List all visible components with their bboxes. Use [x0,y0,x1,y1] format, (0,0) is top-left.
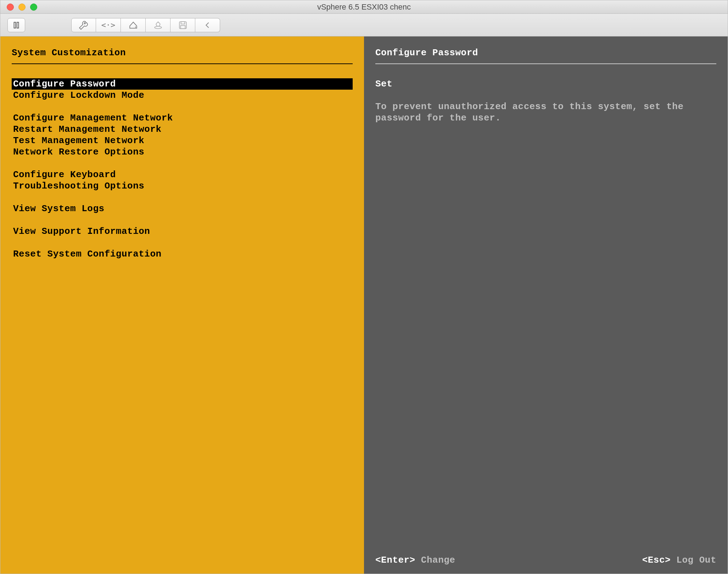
menu-group-4: View System Logs [12,203,353,214]
password-status: Set [375,78,716,90]
enter-action-label: Change [421,555,455,565]
svg-rect-7 [180,26,185,29]
svg-point-2 [135,27,136,28]
settings-button[interactable] [71,18,96,32]
toolbar-group: <·> [71,18,220,32]
floppy-icon [178,21,187,30]
left-pane: System Customization Configure Password … [0,36,364,574]
resize-button[interactable]: <·> [96,18,121,32]
menu-restart-management-network[interactable]: Restart Management Network [12,124,353,135]
menu-group-2: Configure Management Network Restart Man… [12,112,353,158]
code-icon: <·> [101,21,116,29]
chevron-left-icon [204,21,212,29]
back-button[interactable] [195,18,220,32]
menu-group-6: Reset System Configuration [12,248,353,260]
enter-hint: <Enter> Change [375,555,455,566]
menu-view-system-logs[interactable]: View System Logs [12,203,353,214]
enter-key-label: <Enter> [375,555,415,565]
menu-configure-lockdown-mode[interactable]: Configure Lockdown Mode [12,90,353,101]
close-window-button[interactable] [7,4,14,11]
pause-icon [12,21,20,29]
esc-key-label: <Esc> [642,555,671,565]
menu-group-5: View Support Information [12,226,353,237]
app-window: vSphere 6.5 ESXI03 chenc <·> [0,0,728,574]
svg-point-4 [156,22,160,26]
left-pane-title: System Customization [12,47,353,64]
floppy-button[interactable] [170,18,195,32]
capture-button[interactable] [146,18,170,32]
toolbar: <·> [0,14,728,36]
minimize-window-button[interactable] [18,4,26,11]
svg-rect-1 [17,22,19,28]
menu-configure-password[interactable]: Configure Password [12,78,353,90]
menu-group-3: Configure Keyboard Troubleshooting Optio… [12,169,353,192]
menu-network-restore-options[interactable]: Network Restore Options [12,146,353,158]
menu-configure-management-network[interactable]: Configure Management Network [12,112,353,124]
capture-icon [153,21,163,30]
menu-reset-system-configuration[interactable]: Reset System Configuration [12,248,353,260]
svg-point-3 [155,26,162,29]
svg-rect-0 [14,22,16,28]
menu-view-support-information[interactable]: View Support Information [12,226,353,237]
menu-troubleshooting-options[interactable]: Troubleshooting Options [12,180,353,192]
footer-hints: <Enter> Change <Esc> Log Out [375,555,716,566]
window-title: vSphere 6.5 ESXI03 chenc [0,2,728,12]
right-pane-title: Configure Password [375,47,716,64]
traffic-lights [0,4,37,11]
zoom-window-button[interactable] [30,4,37,11]
disk-button[interactable] [121,18,146,32]
titlebar: vSphere 6.5 ESXI03 chenc [0,0,728,14]
password-description: To prevent unauthorized access to this s… [375,101,716,124]
svg-rect-6 [181,22,185,24]
disk-icon [129,21,138,30]
esc-hint: <Esc> Log Out [642,555,716,566]
menu-configure-keyboard[interactable]: Configure Keyboard [12,169,353,180]
wrench-icon [79,21,88,30]
esc-action-label: Log Out [676,555,716,565]
menu-test-management-network[interactable]: Test Management Network [12,135,353,146]
right-pane: Configure Password Set To prevent unauth… [364,36,728,574]
dcui-console[interactable]: System Customization Configure Password … [0,36,728,574]
pause-vm-button[interactable] [7,18,25,32]
menu-group-1: Configure Password Configure Lockdown Mo… [12,78,353,101]
